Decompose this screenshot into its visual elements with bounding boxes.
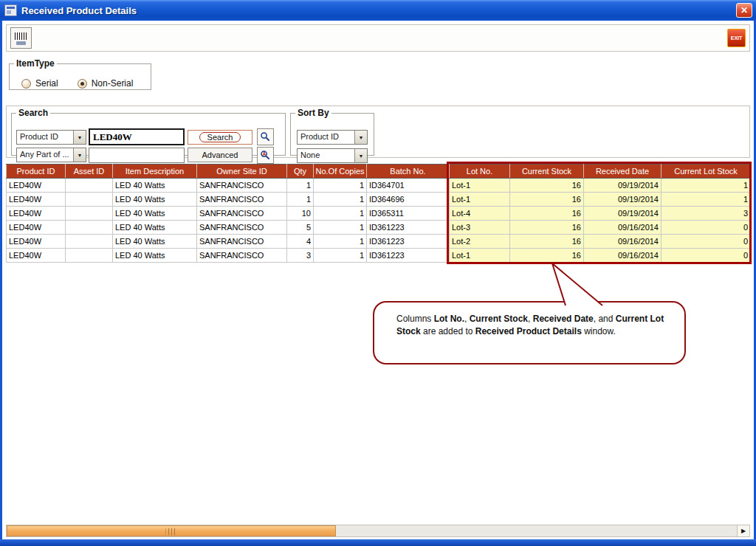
table-cell[interactable]: Lot-1	[450, 179, 510, 193]
table-cell[interactable]: 1	[314, 235, 367, 249]
table-cell[interactable]: LED 40 Watts	[113, 193, 197, 207]
table-cell[interactable]: 16	[510, 207, 584, 221]
table-cell[interactable]: 1	[287, 193, 314, 207]
sort-primary-combo[interactable]: Product ID ▼	[297, 130, 368, 145]
table-cell[interactable]: SANFRANCISCO	[197, 249, 287, 263]
column-header[interactable]: Lot No.	[450, 165, 510, 179]
table-cell[interactable]	[66, 221, 113, 235]
advanced-search-input[interactable]	[89, 148, 185, 163]
table-cell[interactable]: 09/16/2014	[584, 249, 662, 263]
search-input[interactable]	[89, 128, 185, 145]
chevron-down-icon[interactable]: ▼	[354, 131, 367, 144]
table-cell[interactable]: ID364701	[367, 179, 450, 193]
table-cell[interactable]: 16	[510, 221, 584, 235]
find-button[interactable]	[257, 128, 274, 145]
sort-secondary-combo[interactable]: None ▼	[297, 148, 368, 163]
table-cell[interactable]: 09/19/2014	[584, 179, 662, 193]
table-cell[interactable]: 1	[662, 193, 751, 207]
table-row[interactable]: LED40WLED 40 WattsSANFRANCISCO31ID361223…	[7, 249, 751, 263]
table-row[interactable]: LED40WLED 40 WattsSANFRANCISCO41ID361223…	[7, 235, 751, 249]
column-header[interactable]: Owner Site ID	[197, 165, 287, 179]
table-cell[interactable]: 16	[510, 249, 584, 263]
exit-button[interactable]: EXIT	[727, 29, 746, 47]
table-cell[interactable]: ID361223	[367, 249, 450, 263]
table-cell[interactable]: SANFRANCISCO	[197, 221, 287, 235]
table-cell[interactable]: LED40W	[7, 193, 66, 207]
table-cell[interactable]: Lot-4	[450, 207, 510, 221]
table-cell[interactable]: ID365311	[367, 207, 450, 221]
column-header[interactable]: Current Lot Stock	[662, 165, 751, 179]
table-cell[interactable]: 0	[662, 221, 751, 235]
table-cell[interactable]: SANFRANCISCO	[197, 235, 287, 249]
table-cell[interactable]: SANFRANCISCO	[197, 207, 287, 221]
table-cell[interactable]: 3	[287, 249, 314, 263]
table-cell[interactable]: 5	[287, 221, 314, 235]
table-cell[interactable]: 0	[662, 235, 751, 249]
table-cell[interactable]: 16	[510, 179, 584, 193]
table-cell[interactable]	[66, 249, 113, 263]
table-cell[interactable]: 4	[287, 235, 314, 249]
table-cell[interactable]: LED 40 Watts	[113, 207, 197, 221]
table-cell[interactable]: SANFRANCISCO	[197, 193, 287, 207]
table-cell[interactable]: Lot-3	[450, 221, 510, 235]
table-cell[interactable]: Lot-2	[450, 235, 510, 249]
radio-serial-icon[interactable]	[21, 79, 31, 89]
table-cell[interactable]: LED 40 Watts	[113, 235, 197, 249]
column-header[interactable]: Received Date	[584, 165, 662, 179]
table-cell[interactable]: 09/16/2014	[584, 235, 662, 249]
table-cell[interactable]	[66, 207, 113, 221]
table-cell[interactable]: LED40W	[7, 249, 66, 263]
radio-non-serial-icon[interactable]	[78, 79, 87, 89]
table-cell[interactable]: LED40W	[7, 207, 66, 221]
advanced-button[interactable]: Advanced	[188, 148, 252, 162]
table-cell[interactable]: 3	[662, 207, 751, 221]
column-header[interactable]: Current Stock	[510, 165, 584, 179]
advanced-find-button[interactable]: A	[257, 147, 274, 164]
table-cell[interactable]: 09/19/2014	[584, 207, 662, 221]
table-cell[interactable]: ID361223	[367, 221, 450, 235]
table-cell[interactable]: LED 40 Watts	[113, 221, 197, 235]
search-field-combo[interactable]: Product ID ▼	[16, 130, 86, 145]
column-header[interactable]: Asset ID	[66, 165, 113, 179]
table-cell[interactable]: LED 40 Watts	[113, 179, 197, 193]
table-cell[interactable]: SANFRANCISCO	[197, 179, 287, 193]
scrollbar-thumb[interactable]	[7, 525, 336, 536]
table-cell[interactable]: 1	[287, 179, 314, 193]
table-cell[interactable]	[66, 179, 113, 193]
table-cell[interactable]	[66, 193, 113, 207]
table-cell[interactable]: 16	[510, 193, 584, 207]
table-cell[interactable]: Lot-1	[450, 249, 510, 263]
table-cell[interactable]: ID364696	[367, 193, 450, 207]
column-header[interactable]: Item Description	[113, 165, 197, 179]
table-cell[interactable]: LED40W	[7, 179, 66, 193]
table-cell[interactable]: 1	[314, 249, 367, 263]
table-cell[interactable]: 09/16/2014	[584, 221, 662, 235]
search-match-combo[interactable]: Any Part of ... ▼	[16, 148, 86, 162]
table-row[interactable]: LED40WLED 40 WattsSANFRANCISCO51ID361223…	[7, 221, 751, 235]
barcode-print-button[interactable]	[10, 27, 32, 49]
table-cell[interactable]	[66, 235, 113, 249]
search-button[interactable]: Search	[188, 130, 252, 145]
radio-non-serial[interactable]: Non-Serial	[78, 78, 134, 89]
horizontal-scrollbar[interactable]: ▶	[6, 525, 750, 537]
column-header[interactable]: Product ID	[7, 165, 66, 179]
table-cell[interactable]: 1	[314, 179, 367, 193]
table-cell[interactable]: 10	[287, 207, 314, 221]
column-header[interactable]: Qty	[287, 165, 314, 179]
table-cell[interactable]: ID361223	[367, 235, 450, 249]
radio-serial[interactable]: Serial	[21, 78, 58, 89]
table-cell[interactable]: LED40W	[7, 221, 66, 235]
table-cell[interactable]: 1	[314, 207, 367, 221]
table-cell[interactable]: 09/19/2014	[584, 193, 662, 207]
chevron-down-icon[interactable]: ▼	[354, 149, 367, 162]
table-cell[interactable]: 0	[662, 249, 751, 263]
table-row[interactable]: LED40WLED 40 WattsSANFRANCISCO101ID36531…	[7, 207, 751, 221]
close-button[interactable]: ✕	[736, 3, 752, 18]
table-cell[interactable]: 1	[314, 221, 367, 235]
table-cell[interactable]: 16	[510, 235, 584, 249]
table-row[interactable]: LED40WLED 40 WattsSANFRANCISCO11ID364696…	[7, 193, 751, 207]
column-header[interactable]: No.Of Copies	[314, 165, 367, 179]
table-cell[interactable]: 1	[314, 193, 367, 207]
table-cell[interactable]: LED40W	[7, 235, 66, 249]
scroll-right-button[interactable]: ▶	[737, 525, 749, 536]
